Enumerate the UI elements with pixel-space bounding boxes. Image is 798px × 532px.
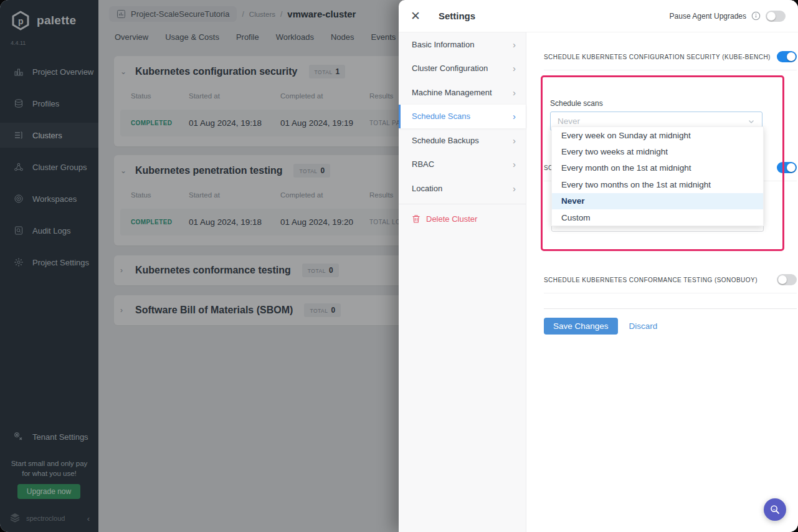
chevron-right-icon: › <box>513 39 516 50</box>
delete-cluster-button[interactable]: Delete Cluster <box>399 207 526 232</box>
sonobuoy-toggle[interactable] <box>777 274 797 285</box>
settings-menu: Basic Information› Cluster Configuration… <box>399 32 526 532</box>
chevron-right-icon: › <box>513 159 516 169</box>
menu-item-rbac[interactable]: RBAC› <box>399 153 526 177</box>
select-value: Never <box>558 116 748 126</box>
chevron-right-icon: › <box>513 63 516 74</box>
kube-bench-toggle[interactable] <box>777 51 797 62</box>
menu-item-machine-management[interactable]: Machine Management› <box>399 80 526 105</box>
dropdown-option-selected[interactable]: Never <box>552 193 763 209</box>
chevron-right-icon: › <box>513 135 516 146</box>
chevron-down-icon <box>748 118 755 125</box>
menu-item-basic-information[interactable]: Basic Information› <box>399 32 526 57</box>
content-divider <box>544 308 797 309</box>
drawer-title: Settings <box>439 11 475 21</box>
schedule-dropdown: Every week on Sunday at midnight Every t… <box>551 126 764 226</box>
kube-bench-label: SCHEDULE KUBERNETES CONFIGURATION SECURI… <box>544 54 777 60</box>
kube-bench-row: SCHEDULE KUBERNETES CONFIGURATION SECURI… <box>544 51 797 70</box>
menu-item-schedule-scans[interactable]: Schedule Scans› <box>399 105 526 129</box>
schedule-scans-panel: SCHEDULE KUBERNETES CONFIGURATION SECURI… <box>526 32 798 532</box>
settings-drawer: ✕ Settings Pause Agent Upgrades Basic In… <box>399 0 798 532</box>
dropdown-option[interactable]: Custom <box>552 209 763 226</box>
chevron-right-icon: › <box>513 87 516 98</box>
menu-item-schedule-backups[interactable]: Schedule Backups› <box>399 128 526 153</box>
form-actions: Save Changes Discard <box>544 318 797 335</box>
schedule-scans-label: Schedule scans <box>550 99 797 108</box>
drawer-header: ✕ Settings Pause Agent Upgrades <box>399 0 798 32</box>
chevron-right-icon: › <box>513 111 516 121</box>
dropdown-option[interactable]: Every two weeks at midnight <box>552 143 763 159</box>
dropdown-option[interactable]: Every month on the 1st at midnight <box>552 160 763 176</box>
search-fab[interactable] <box>764 498 786 521</box>
menu-divider <box>399 204 526 204</box>
dropdown-option[interactable]: Every two months on the 1st at midnight <box>552 176 763 192</box>
close-icon[interactable]: ✕ <box>411 10 420 22</box>
menu-item-cluster-configuration[interactable]: Cluster Configuration› <box>399 57 526 81</box>
kube-hunter-toggle[interactable] <box>777 162 797 173</box>
chevron-right-icon: › <box>513 183 516 194</box>
magnifier-icon <box>769 504 781 515</box>
discard-link[interactable]: Discard <box>629 321 658 331</box>
menu-item-location[interactable]: Location› <box>399 176 526 201</box>
dropdown-option[interactable]: Every week on Sunday at midnight <box>552 127 763 143</box>
pause-agent-toggle[interactable] <box>766 11 786 22</box>
sonobuoy-row: SCHEDULE KUBERNETES CONFORMANCE TESTING … <box>544 274 797 293</box>
save-changes-button[interactable]: Save Changes <box>544 318 618 335</box>
trash-icon <box>412 214 420 224</box>
sonobuoy-label: SCHEDULE KUBERNETES CONFORMANCE TESTING … <box>544 277 764 283</box>
info-icon[interactable] <box>751 11 761 21</box>
pause-agent-label: Pause Agent Upgrades <box>670 12 746 21</box>
pause-agent-upgrades: Pause Agent Upgrades <box>670 11 786 22</box>
app-window: p palette 4.4.11 Project Overview Profil… <box>0 0 798 532</box>
